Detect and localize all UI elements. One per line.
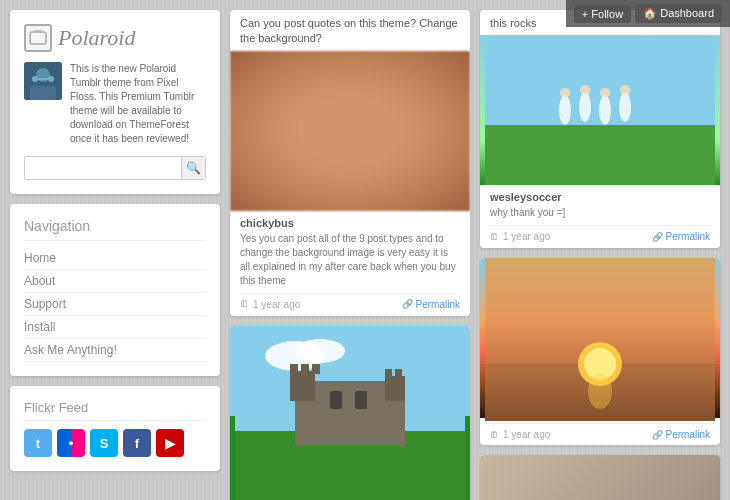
post-time-3: 🗓 1 year ago	[490, 429, 550, 440]
sidebar: Polaroid This is the new Polaroid Tumblr…	[10, 10, 220, 500]
post-permalink-3[interactable]: 🔗 Permalink	[652, 429, 710, 440]
main-content: Can you post quotes on this theme? Chang…	[230, 10, 720, 500]
svg-rect-13	[290, 371, 315, 401]
soccer-image	[480, 35, 720, 185]
search-row: 🔍	[24, 156, 206, 180]
post-meta-3: 🗓 1 year ago 🔗 Permalink	[490, 423, 710, 440]
post-meta-2: 🗓 1 year ago 🔗 Permalink	[490, 225, 710, 242]
calendar-icon: 🗓	[240, 299, 249, 309]
link-icon-3: 🔗	[652, 430, 663, 440]
nav-link-about[interactable]: About	[24, 270, 206, 293]
post-time-2: 🗓 1 year ago	[490, 231, 550, 242]
post-permalink-2[interactable]: 🔗 Permalink	[652, 231, 710, 242]
logo-icon	[24, 24, 52, 52]
svg-rect-17	[312, 364, 320, 374]
partial-post	[480, 455, 720, 500]
follow-label: + Follow	[582, 8, 623, 20]
svg-point-29	[580, 85, 590, 95]
youtube-icon[interactable]: ▶	[156, 429, 184, 457]
logo-card: Polaroid This is the new Polaroid Tumblr…	[10, 10, 220, 194]
post-footer-2: wesleysoccer why thank you =] 🗓 1 year a…	[480, 185, 720, 248]
svg-rect-15	[290, 364, 298, 374]
post-permalink[interactable]: 🔗 Permalink	[402, 299, 460, 310]
social-icons: t ● S f ▶	[24, 429, 206, 457]
svg-point-10	[295, 339, 345, 363]
sunset-image	[480, 258, 720, 418]
svg-point-26	[599, 95, 611, 125]
post-author: chickybus	[240, 217, 460, 229]
profile-row: This is the new Polaroid Tumblr theme fr…	[24, 62, 206, 146]
follow-button[interactable]: + Follow	[574, 5, 631, 23]
svg-point-27	[619, 92, 631, 122]
partial-image	[480, 455, 720, 500]
navigation-card: Navigation Home About Support Install As…	[10, 204, 220, 376]
svg-point-24	[559, 95, 571, 125]
soccer-post: this rocks	[480, 10, 720, 248]
face-image	[230, 51, 470, 211]
flickr-icon[interactable]: ●	[57, 429, 85, 457]
search-input[interactable]	[25, 157, 181, 179]
svg-rect-16	[301, 364, 309, 374]
post-time: 🗓 1 year ago	[240, 299, 300, 310]
svg-rect-18	[385, 369, 392, 378]
search-button[interactable]: 🔍	[181, 157, 205, 179]
svg-rect-20	[330, 391, 342, 409]
svg-rect-1	[34, 30, 42, 33]
svg-point-28	[560, 88, 570, 98]
dashboard-button[interactable]: 🏠 Dashboard	[635, 4, 722, 23]
castle-image	[230, 326, 470, 500]
nav-link-install[interactable]: Install	[24, 316, 206, 339]
skype-icon[interactable]: S	[90, 429, 118, 457]
logo-area: Polaroid	[24, 24, 206, 52]
link-icon: 🔗	[402, 299, 413, 309]
post-header: Can you post quotes on this theme? Chang…	[230, 10, 470, 51]
svg-rect-14	[385, 376, 405, 401]
facebook-icon[interactable]: f	[123, 429, 151, 457]
nav-title: Navigation	[24, 218, 206, 241]
nav-link-home[interactable]: Home	[24, 247, 206, 270]
logo-text: Polaroid	[58, 25, 135, 51]
nav-link-ask[interactable]: Ask Me Anything!	[24, 339, 206, 362]
flickr-card: Flickr Feed t ● S f ▶	[10, 386, 220, 471]
link-icon-2: 🔗	[652, 232, 663, 242]
post-author-2: wesleysoccer	[490, 191, 710, 203]
svg-point-30	[600, 88, 610, 98]
post-footer: chickybus Yes you can post all of the 9 …	[230, 211, 470, 316]
svg-point-25	[579, 92, 591, 122]
svg-rect-4	[30, 86, 56, 100]
svg-point-31	[620, 85, 630, 95]
calendar-icon-3: 🗓	[490, 430, 499, 440]
top-bar: + Follow 🏠 Dashboard	[566, 0, 730, 27]
post-text-2: why thank you =]	[490, 206, 710, 220]
post-meta: 🗓 1 year ago 🔗 Permalink	[240, 293, 460, 310]
nav-link-support[interactable]: Support	[24, 293, 206, 316]
svg-rect-7	[37, 78, 49, 80]
sunset-post: 🗓 1 year ago 🔗 Permalink	[480, 258, 720, 445]
calendar-icon-2: 🗓	[490, 232, 499, 242]
avatar	[24, 62, 62, 100]
flickr-title: Flickr Feed	[24, 400, 206, 421]
sunset-meta: 🗓 1 year ago 🔗 Permalink	[480, 418, 720, 445]
svg-rect-0	[30, 32, 46, 44]
post-question: Can you post quotes on this theme? Chang…	[240, 16, 460, 47]
dashboard-label: 🏠 Dashboard	[643, 7, 714, 20]
post-qa: Can you post quotes on this theme? Chang…	[230, 10, 470, 316]
post-text: Yes you can post all of the 9 post types…	[240, 232, 460, 288]
column-1: Can you post quotes on this theme? Chang…	[230, 10, 470, 500]
svg-rect-23	[485, 125, 715, 185]
description-text: This is the new Polaroid Tumblr theme fr…	[70, 62, 206, 146]
svg-rect-21	[355, 391, 367, 409]
castle-post	[230, 326, 470, 500]
column-2: this rocks	[480, 10, 720, 500]
svg-point-37	[588, 373, 612, 409]
twitter-icon[interactable]: t	[24, 429, 52, 457]
svg-rect-19	[395, 369, 402, 378]
